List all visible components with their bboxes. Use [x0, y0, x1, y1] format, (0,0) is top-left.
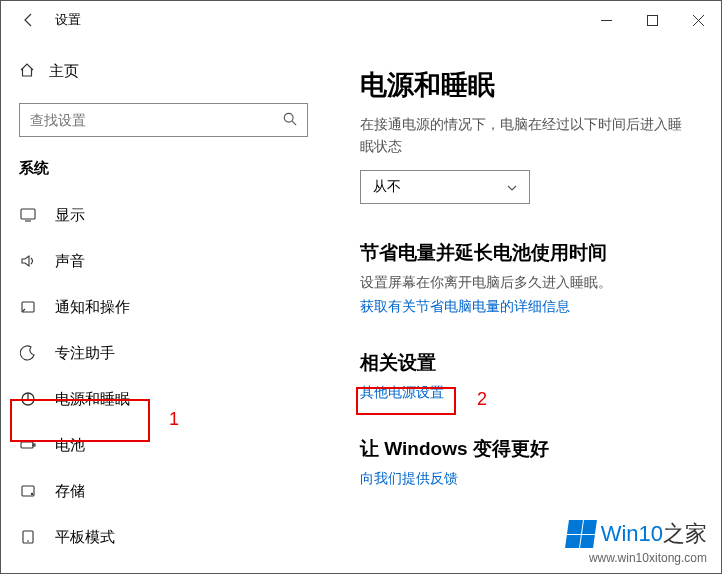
sidebar-item-label: 显示 [55, 206, 85, 225]
save-power-sub: 设置屏幕在你离开电脑后多久进入睡眠。 [360, 274, 687, 292]
chevron-down-icon [507, 181, 517, 193]
sound-icon [19, 253, 37, 269]
storage-icon [19, 483, 37, 499]
svg-line-5 [292, 121, 296, 125]
feedback-link[interactable]: 向我们提供反馈 [360, 470, 458, 488]
minimize-button[interactable] [583, 1, 629, 39]
svg-rect-1 [647, 15, 657, 25]
sidebar-item-tablet[interactable]: 平板模式 [1, 514, 326, 560]
sidebar-item-label: 声音 [55, 252, 85, 271]
sidebar-item-battery[interactable]: 电池 [1, 422, 326, 468]
back-button[interactable] [9, 1, 49, 39]
annotation-number-1: 1 [169, 409, 179, 430]
search-box[interactable] [19, 103, 308, 137]
sidebar-item-focus[interactable]: 专注助手 [1, 330, 326, 376]
windows-logo-icon [565, 520, 597, 548]
sleep-dropdown[interactable]: 从不 [360, 170, 530, 204]
sleep-description: 在接通电源的情况下，电脑在经过以下时间后进入睡眠状态 [360, 113, 687, 158]
sidebar-item-label: 平板模式 [55, 528, 115, 547]
watermark: Win10之家 www.win10xitong.com [567, 519, 707, 565]
svg-rect-12 [33, 444, 35, 446]
sidebar-item-label: 电池 [55, 436, 85, 455]
moon-icon [19, 345, 37, 361]
home-icon [19, 62, 35, 81]
close-button[interactable] [675, 1, 721, 39]
maximize-button[interactable] [629, 1, 675, 39]
window-title: 设置 [55, 11, 81, 29]
sidebar-item-power[interactable]: 电源和睡眠 [1, 376, 326, 422]
svg-rect-6 [21, 209, 35, 219]
sidebar-item-storage[interactable]: 存储 [1, 468, 326, 514]
sidebar-item-label: 存储 [55, 482, 85, 501]
sidebar-item-label: 通知和操作 [55, 298, 130, 317]
display-icon [19, 207, 37, 223]
save-power-heading: 节省电量并延长电池使用时间 [360, 240, 687, 266]
sidebar-item-display[interactable]: 显示 [1, 192, 326, 238]
sidebar-section-header: 系统 [1, 151, 326, 192]
sidebar-item-sound[interactable]: 声音 [1, 238, 326, 284]
svg-point-4 [284, 113, 293, 122]
annotation-number-2: 2 [477, 389, 487, 410]
related-heading: 相关设置 [360, 350, 687, 376]
page-heading: 电源和睡眠 [360, 67, 687, 103]
other-power-settings-link[interactable]: 其他电源设置 [360, 384, 444, 402]
save-power-link[interactable]: 获取有关节省电脑电量的详细信息 [360, 298, 570, 316]
notification-icon [19, 299, 37, 315]
search-input[interactable] [30, 112, 283, 128]
titlebar: 设置 [1, 1, 721, 39]
watermark-brand: Win10之家 [601, 519, 707, 549]
sidebar-home[interactable]: 主页 [1, 51, 326, 91]
dropdown-value: 从不 [373, 178, 401, 196]
battery-icon [19, 437, 37, 453]
svg-rect-11 [21, 442, 33, 448]
sidebar-item-label: 电源和睡眠 [55, 390, 130, 409]
watermark-url: www.win10xitong.com [567, 551, 707, 565]
better-heading: 让 Windows 变得更好 [360, 436, 687, 462]
main-panel: 电源和睡眠 在接通电源的情况下，电脑在经过以下时间后进入睡眠状态 从不 节省电量… [326, 39, 721, 574]
sidebar-item-notifications[interactable]: 通知和操作 [1, 284, 326, 330]
power-icon [19, 391, 37, 407]
search-icon [283, 112, 297, 129]
window-controls [583, 1, 721, 39]
svg-point-14 [31, 493, 32, 494]
sidebar-item-label: 专注助手 [55, 344, 115, 363]
sidebar: 主页 系统 显示 声音 通知和操作 专注助手 电源和睡眠 [1, 39, 326, 574]
tablet-icon [19, 529, 37, 545]
sidebar-home-label: 主页 [49, 62, 79, 81]
